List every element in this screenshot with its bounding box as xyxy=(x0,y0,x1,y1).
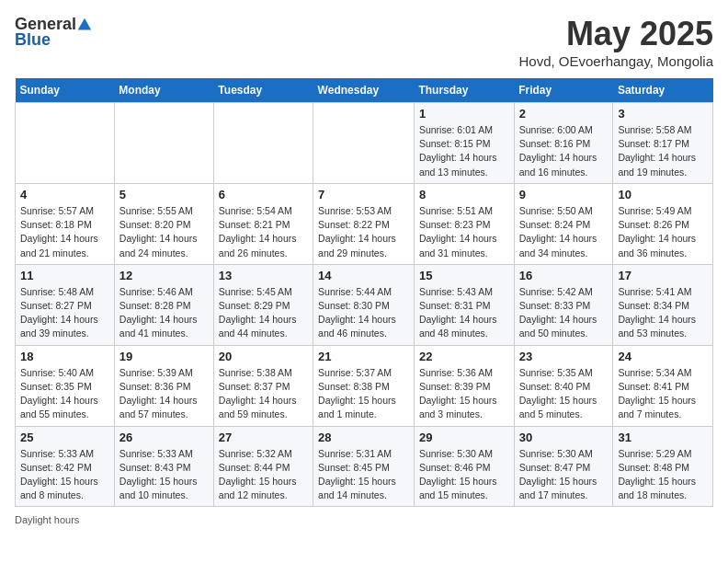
calendar-cell: 15Sunrise: 5:43 AMSunset: 8:31 PMDayligh… xyxy=(414,264,514,345)
calendar-cell: 25Sunrise: 5:33 AMSunset: 8:42 PMDayligh… xyxy=(16,426,115,507)
calendar-cell: 1Sunrise: 6:01 AMSunset: 8:15 PMDaylight… xyxy=(414,103,514,184)
calendar-cell: 6Sunrise: 5:54 AMSunset: 8:21 PMDaylight… xyxy=(213,183,313,264)
calendar-cell: 31Sunrise: 5:29 AMSunset: 8:48 PMDayligh… xyxy=(613,426,713,507)
calendar-cell: 20Sunrise: 5:38 AMSunset: 8:37 PMDayligh… xyxy=(213,345,313,426)
day-info: Sunrise: 6:00 AMSunset: 8:16 PMDaylight:… xyxy=(519,123,609,179)
week-row-1: 1Sunrise: 6:01 AMSunset: 8:15 PMDaylight… xyxy=(16,103,713,184)
day-number: 6 xyxy=(219,188,308,201)
day-number: 14 xyxy=(318,269,409,282)
day-info: Sunrise: 5:39 AMSunset: 8:36 PMDaylight:… xyxy=(119,366,209,422)
calendar-location: Hovd, OEvoerhangay, Mongolia xyxy=(518,53,713,69)
day-number: 11 xyxy=(20,269,109,282)
calendar-cell xyxy=(213,103,313,184)
calendar-cell: 19Sunrise: 5:39 AMSunset: 8:36 PMDayligh… xyxy=(114,345,213,426)
day-info: Sunrise: 5:43 AMSunset: 8:31 PMDaylight:… xyxy=(419,285,509,341)
day-info: Sunrise: 5:41 AMSunset: 8:34 PMDaylight:… xyxy=(618,285,708,341)
calendar-cell: 7Sunrise: 5:53 AMSunset: 8:22 PMDaylight… xyxy=(313,183,415,264)
calendar-cell: 29Sunrise: 5:30 AMSunset: 8:46 PMDayligh… xyxy=(414,426,514,507)
day-number: 20 xyxy=(219,350,308,363)
calendar-cell: 26Sunrise: 5:33 AMSunset: 8:43 PMDayligh… xyxy=(114,426,213,507)
day-info: Sunrise: 5:57 AMSunset: 8:18 PMDaylight:… xyxy=(20,204,109,260)
calendar-cell: 14Sunrise: 5:44 AMSunset: 8:30 PMDayligh… xyxy=(313,264,415,345)
day-number: 28 xyxy=(318,431,409,444)
day-number: 13 xyxy=(219,269,308,282)
day-info: Sunrise: 5:34 AMSunset: 8:41 PMDaylight:… xyxy=(618,366,708,422)
week-row-5: 25Sunrise: 5:33 AMSunset: 8:42 PMDayligh… xyxy=(16,426,713,507)
day-info: Sunrise: 5:49 AMSunset: 8:26 PMDaylight:… xyxy=(618,204,708,260)
weekday-wednesday: Wednesday xyxy=(313,78,415,103)
weekday-monday: Monday xyxy=(114,78,213,103)
day-info: Sunrise: 5:30 AMSunset: 8:46 PMDaylight:… xyxy=(419,447,509,503)
day-info: Sunrise: 5:53 AMSunset: 8:22 PMDaylight:… xyxy=(318,204,409,260)
calendar-cell: 5Sunrise: 5:55 AMSunset: 8:20 PMDaylight… xyxy=(114,183,213,264)
day-info: Sunrise: 5:31 AMSunset: 8:45 PMDaylight:… xyxy=(318,447,409,503)
day-number: 4 xyxy=(20,188,109,201)
day-number: 26 xyxy=(119,431,209,444)
daylight-label: Daylight hours xyxy=(15,514,79,525)
weekday-header-row: SundayMondayTuesdayWednesdayThursdayFrid… xyxy=(16,78,713,103)
day-number: 7 xyxy=(318,188,409,201)
day-info: Sunrise: 5:30 AMSunset: 8:47 PMDaylight:… xyxy=(519,447,609,503)
calendar-cell: 11Sunrise: 5:48 AMSunset: 8:27 PMDayligh… xyxy=(16,264,115,345)
calendar-cell: 30Sunrise: 5:30 AMSunset: 8:47 PMDayligh… xyxy=(514,426,613,507)
calendar-cell: 16Sunrise: 5:42 AMSunset: 8:33 PMDayligh… xyxy=(514,264,613,345)
calendar-cell: 23Sunrise: 5:35 AMSunset: 8:40 PMDayligh… xyxy=(514,345,613,426)
svg-marker-0 xyxy=(78,17,91,29)
day-number: 9 xyxy=(519,188,609,201)
day-info: Sunrise: 5:55 AMSunset: 8:20 PMDaylight:… xyxy=(119,204,209,260)
weekday-thursday: Thursday xyxy=(414,78,514,103)
day-info: Sunrise: 5:51 AMSunset: 8:23 PMDaylight:… xyxy=(419,204,509,260)
day-info: Sunrise: 6:01 AMSunset: 8:15 PMDaylight:… xyxy=(419,123,509,179)
calendar-table: SundayMondayTuesdayWednesdayThursdayFrid… xyxy=(15,78,713,507)
day-info: Sunrise: 5:29 AMSunset: 8:48 PMDaylight:… xyxy=(618,447,708,503)
day-info: Sunrise: 5:37 AMSunset: 8:38 PMDaylight:… xyxy=(318,366,409,422)
day-info: Sunrise: 5:33 AMSunset: 8:42 PMDaylight:… xyxy=(20,447,109,503)
week-row-3: 11Sunrise: 5:48 AMSunset: 8:27 PMDayligh… xyxy=(16,264,713,345)
calendar-cell: 9Sunrise: 5:50 AMSunset: 8:24 PMDaylight… xyxy=(514,183,613,264)
day-info: Sunrise: 5:42 AMSunset: 8:33 PMDaylight:… xyxy=(519,285,609,341)
day-number: 15 xyxy=(419,269,509,282)
day-info: Sunrise: 5:58 AMSunset: 8:17 PMDaylight:… xyxy=(618,123,708,179)
calendar-cell: 18Sunrise: 5:40 AMSunset: 8:35 PMDayligh… xyxy=(16,345,115,426)
day-number: 16 xyxy=(519,269,609,282)
calendar-title: May 2025 xyxy=(518,15,713,53)
day-info: Sunrise: 5:40 AMSunset: 8:35 PMDaylight:… xyxy=(20,366,109,422)
logo-blue: Blue xyxy=(15,30,51,50)
calendar-cell: 17Sunrise: 5:41 AMSunset: 8:34 PMDayligh… xyxy=(613,264,713,345)
calendar-cell: 8Sunrise: 5:51 AMSunset: 8:23 PMDaylight… xyxy=(414,183,514,264)
day-number: 30 xyxy=(519,431,609,444)
calendar-cell: 22Sunrise: 5:36 AMSunset: 8:39 PMDayligh… xyxy=(414,345,514,426)
calendar-cell: 3Sunrise: 5:58 AMSunset: 8:17 PMDaylight… xyxy=(613,103,713,184)
day-number: 25 xyxy=(20,431,109,444)
day-number: 3 xyxy=(618,107,708,121)
day-info: Sunrise: 5:46 AMSunset: 8:28 PMDaylight:… xyxy=(119,285,209,341)
day-info: Sunrise: 5:50 AMSunset: 8:24 PMDaylight:… xyxy=(519,204,609,260)
day-number: 10 xyxy=(618,188,708,201)
calendar-cell: 27Sunrise: 5:32 AMSunset: 8:44 PMDayligh… xyxy=(213,426,313,507)
day-info: Sunrise: 5:54 AMSunset: 8:21 PMDaylight:… xyxy=(219,204,308,260)
day-number: 23 xyxy=(519,350,609,363)
day-number: 2 xyxy=(519,107,609,121)
calendar-cell: 21Sunrise: 5:37 AMSunset: 8:38 PMDayligh… xyxy=(313,345,415,426)
calendar-cell: 12Sunrise: 5:46 AMSunset: 8:28 PMDayligh… xyxy=(114,264,213,345)
day-info: Sunrise: 5:48 AMSunset: 8:27 PMDaylight:… xyxy=(20,285,109,341)
calendar-cell: 4Sunrise: 5:57 AMSunset: 8:18 PMDaylight… xyxy=(16,183,115,264)
weekday-sunday: Sunday xyxy=(16,78,115,103)
day-number: 29 xyxy=(419,431,509,444)
day-number: 17 xyxy=(618,269,708,282)
day-info: Sunrise: 5:45 AMSunset: 8:29 PMDaylight:… xyxy=(219,285,308,341)
calendar-cell xyxy=(114,103,213,184)
day-number: 19 xyxy=(119,350,209,363)
day-number: 1 xyxy=(419,107,509,121)
day-number: 8 xyxy=(419,188,509,201)
week-row-2: 4Sunrise: 5:57 AMSunset: 8:18 PMDaylight… xyxy=(16,183,713,264)
weekday-friday: Friday xyxy=(514,78,613,103)
logo-icon xyxy=(76,17,93,33)
calendar-cell: 10Sunrise: 5:49 AMSunset: 8:26 PMDayligh… xyxy=(613,183,713,264)
day-number: 21 xyxy=(318,350,409,363)
calendar-cell: 13Sunrise: 5:45 AMSunset: 8:29 PMDayligh… xyxy=(213,264,313,345)
day-info: Sunrise: 5:38 AMSunset: 8:37 PMDaylight:… xyxy=(219,366,308,422)
day-info: Sunrise: 5:44 AMSunset: 8:30 PMDaylight:… xyxy=(318,285,409,341)
day-number: 12 xyxy=(119,269,209,282)
day-number: 18 xyxy=(20,350,109,363)
